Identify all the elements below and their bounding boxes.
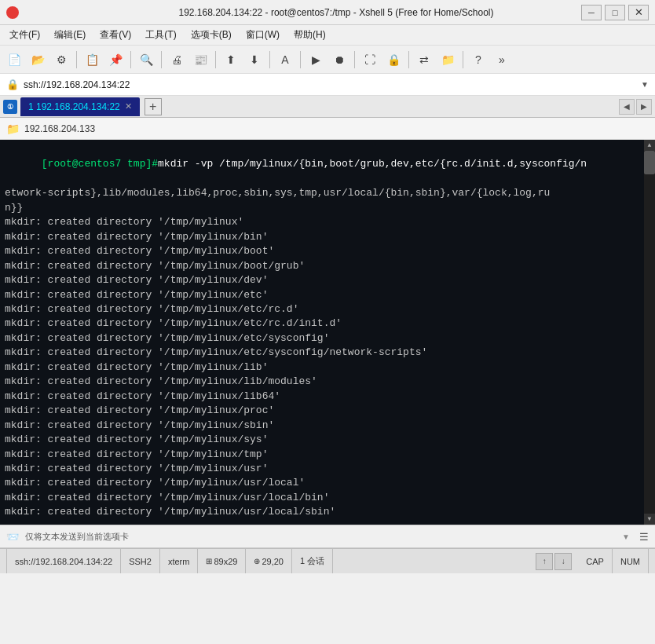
terminal-line-6: mkdir: created directory '/tmp/mylinux/b… <box>5 244 652 258</box>
upload-button[interactable]: ⬆ <box>220 49 242 71</box>
macro-button[interactable]: ▶ <box>305 49 327 71</box>
terminal-line-7: mkdir: created directory '/tmp/mylinux/b… <box>5 259 652 273</box>
menu-tools[interactable]: 工具(T) <box>139 27 182 43</box>
scroll-down-arrow[interactable]: ▼ <box>644 514 655 525</box>
bookmark-bar: 📁 192.168.204.133 <box>0 118 655 140</box>
session-bar: ① 1 192.168.204.134:22 ✕ + ◀ ▶ <box>0 96 655 118</box>
terminal-line-16: mkdir: created directory '/tmp/mylinux/l… <box>5 390 652 404</box>
terminal-line-10: mkdir: created directory '/tmp/mylinux/e… <box>5 302 652 317</box>
scroll-up-arrow[interactable]: ▲ <box>644 140 655 151</box>
terminal-line-22: mkdir: created directory '/tmp/mylinux/u… <box>5 476 652 490</box>
scroll-up-btn[interactable]: ↑ <box>536 553 553 570</box>
menu-file[interactable]: 文件(F) <box>3 27 46 43</box>
toolbar-separator-8 <box>408 51 409 68</box>
status-sessions: 1 会话 <box>292 549 333 573</box>
window-title: 192.168.204.134:22 - root@centos7:/tmp -… <box>24 7 649 18</box>
menu-help[interactable]: 帮助(H) <box>287 27 332 43</box>
close-button[interactable]: ✕ <box>628 5 649 20</box>
app-icon <box>6 6 19 19</box>
download-button[interactable]: ⬇ <box>243 49 265 71</box>
bookmark-text[interactable]: 192.168.204.133 <box>24 123 95 134</box>
toolbar-separator-2 <box>130 51 131 68</box>
terminal-line-11: mkdir: created directory '/tmp/mylinux/e… <box>5 317 652 331</box>
terminal-line-5: mkdir: created directory '/tmp/mylinux/b… <box>5 230 652 244</box>
terminal-line-20: mkdir: created directory '/tmp/mylinux/t… <box>5 448 652 462</box>
terminal-line-4: mkdir: created directory '/tmp/mylinux' <box>5 215 652 229</box>
toolbar-separator-3 <box>161 51 162 68</box>
help-button[interactable]: ? <box>467 49 489 71</box>
print-button[interactable]: 🖨 <box>166 49 188 71</box>
terminal-line-14: mkdir: created directory '/tmp/mylinux/l… <box>5 360 652 375</box>
session-icon: ① <box>3 100 17 114</box>
copy-button[interactable]: 📋 <box>81 49 103 71</box>
status-arrows: ↑ ↓ <box>536 553 572 570</box>
status-num: NUM <box>613 549 649 573</box>
window-controls: ─ □ ✕ <box>581 5 649 20</box>
send-settings-icon[interactable]: ☰ <box>639 531 649 543</box>
status-bar: ssh://192.168.204.134:22 SSH2 xterm ⊞89x… <box>0 548 655 573</box>
new-session-button[interactable]: 📄 <box>3 49 25 71</box>
menu-bar: 文件(F) 编辑(E) 查看(V) 工具(T) 选项卡(B) 窗口(W) 帮助(… <box>0 25 655 46</box>
new-tab-button[interactable]: + <box>145 98 162 115</box>
print2-button[interactable]: 📰 <box>189 49 211 71</box>
menu-tabs[interactable]: 选项卡(B) <box>185 27 238 43</box>
status-ssh: ssh://192.168.204.134:22 <box>6 549 121 573</box>
toolbar-separator-6 <box>300 51 301 68</box>
scroll-down-btn[interactable]: ↓ <box>554 553 572 570</box>
status-terminal: xterm <box>160 549 199 573</box>
terminal-line-13: mkdir: created directory '/tmp/mylinux/e… <box>5 346 652 360</box>
send-dropdown-icon[interactable]: ▼ <box>622 532 630 541</box>
session-nav-left[interactable]: ◀ <box>619 99 635 115</box>
address-text: ssh://192.168.204.134:22 <box>24 79 130 90</box>
session-nav-right[interactable]: ▶ <box>636 99 652 115</box>
address-dropdown[interactable]: ▼ <box>641 80 649 89</box>
session-tab[interactable]: 1 192.168.204.134:22 ✕ <box>20 97 140 116</box>
scrollbar-track[interactable] <box>644 151 655 514</box>
menu-edit[interactable]: 编辑(E) <box>48 27 92 43</box>
maximize-button[interactable]: □ <box>605 5 625 20</box>
title-bar: 192.168.204.134:22 - root@centos7:/tmp -… <box>0 0 655 25</box>
terminal-line-25: mkdir: created directory '/tmp/mylinux/v… <box>5 520 652 521</box>
terminal-line-8: mkdir: created directory '/tmp/mylinux/d… <box>5 273 652 287</box>
menu-view[interactable]: 查看(V) <box>93 27 137 43</box>
terminal-line-12: mkdir: created directory '/tmp/mylinux/e… <box>5 331 652 346</box>
terminal-line-15: mkdir: created directory '/tmp/mylinux/l… <box>5 375 652 389</box>
font-button[interactable]: A <box>274 49 296 71</box>
bookmark-icon: 📁 <box>6 123 20 135</box>
session-close-icon[interactable]: ✕ <box>125 101 132 112</box>
open-button[interactable]: 📂 <box>27 49 49 71</box>
settings-button[interactable]: ⚙ <box>50 49 72 71</box>
terminal-line-1: [root@centos7 tmp]#mkdir -vp /tmp/mylinu… <box>5 143 652 186</box>
macro2-button[interactable]: ⏺ <box>328 49 350 71</box>
status-cap: CAP <box>578 549 613 573</box>
terminal-content: [root@centos7 tmp]#mkdir -vp /tmp/mylinu… <box>5 143 652 521</box>
status-bar-right: ↑ ↓ CAP NUM <box>536 549 649 573</box>
terminal-line-3: n}} <box>5 201 652 215</box>
terminal-line-2: etwork-scripts},lib/modules,lib64,proc,s… <box>5 186 652 200</box>
fullscreen-button[interactable]: ⛶ <box>359 49 381 71</box>
more-button[interactable]: » <box>491 49 513 71</box>
cmd-1: mkdir -vp /tmp/mylinux/{bin,boot/grub,de… <box>158 158 587 170</box>
sftp-button[interactable]: 📁 <box>437 49 459 71</box>
scrollbar-thumb[interactable] <box>644 151 655 174</box>
menu-window[interactable]: 窗口(W) <box>240 27 286 43</box>
toolbar: 📄 📂 ⚙ 📋 📌 🔍 🖨 📰 ⬆ ⬇ A ▶ ⏺ ⛶ 🔒 ⇄ 📁 ? » <box>0 46 655 74</box>
toolbar-separator-5 <box>269 51 270 68</box>
paste-button[interactable]: 📌 <box>104 49 126 71</box>
send-bar: 📨 仅将文本发送到当前选项卡 ▼ ☰ <box>0 525 655 548</box>
address-bar: 🔒 ssh://192.168.204.134:22 ▼ <box>0 74 655 96</box>
terminal-line-9: mkdir: created directory '/tmp/mylinux/e… <box>5 288 652 302</box>
send-icon: 📨 <box>6 531 19 543</box>
transfer-button[interactable]: ⇄ <box>413 49 435 71</box>
terminal-scrollbar[interactable]: ▲ ▼ <box>644 140 655 525</box>
status-protocol: SSH2 <box>121 549 160 573</box>
terminal-line-17: mkdir: created directory '/tmp/mylinux/p… <box>5 404 652 418</box>
session-tab-label: 1 192.168.204.134:22 <box>28 101 120 112</box>
session-nav: ◀ ▶ <box>619 99 652 115</box>
terminal-line-18: mkdir: created directory '/tmp/mylinux/s… <box>5 419 652 433</box>
search-button[interactable]: 🔍 <box>135 49 157 71</box>
terminal-line-21: mkdir: created directory '/tmp/mylinux/u… <box>5 462 652 476</box>
lock-button[interactable]: 🔒 <box>382 49 404 71</box>
terminal-area[interactable]: [root@centos7 tmp]#mkdir -vp /tmp/mylinu… <box>0 140 655 525</box>
minimize-button[interactable]: ─ <box>581 5 602 20</box>
